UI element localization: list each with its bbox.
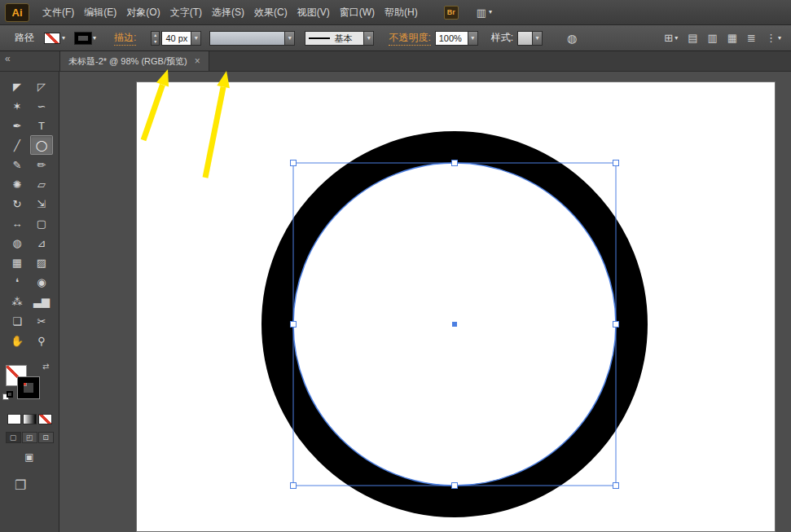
draw-behind-mode-button[interactable]: ◰ xyxy=(22,432,37,443)
menu-item-edit[interactable]: 编辑(E) xyxy=(79,0,121,24)
handle-bottom-right[interactable] xyxy=(613,483,619,489)
slice-tool[interactable]: ✂ xyxy=(30,311,53,331)
distribute-objects-button[interactable]: ≣ xyxy=(745,30,758,46)
stroke-profile-dropdown[interactable]: ▾ xyxy=(284,31,295,46)
document-tab[interactable]: 未标题-2* @ 98% (RGB/预览) × xyxy=(59,51,209,71)
line-segment-tool[interactable]: ╱ xyxy=(6,135,29,155)
handle-top-center[interactable] xyxy=(452,160,458,166)
align-options-button[interactable]: ⋮▾ xyxy=(764,30,783,46)
eyedropper-tool[interactable]: ❛ xyxy=(6,272,29,292)
perspective-grid-tool[interactable]: ⊿ xyxy=(30,233,53,253)
arrange-documents-button[interactable]: ▥ ▾ xyxy=(477,7,492,19)
stroke-color-picker[interactable]: ▾ xyxy=(75,33,96,44)
stroke-swatch[interactable] xyxy=(18,377,39,398)
tab-close-button[interactable]: × xyxy=(195,55,200,67)
paintbrush-tool[interactable]: ✎ xyxy=(6,155,29,174)
recolor-artwork-button[interactable]: ◍ xyxy=(567,32,577,45)
dropdown-arrow-icon: ▾ xyxy=(367,35,371,42)
handle-top-left[interactable] xyxy=(291,160,297,166)
arrange-documents-icon: ▥ xyxy=(477,7,486,19)
menu-item-view[interactable]: 视图(V) xyxy=(292,0,335,24)
eraser-tool[interactable]: ▱ xyxy=(30,174,53,194)
brush-definition-value[interactable]: 基本 xyxy=(305,31,363,46)
handle-bottom-center[interactable] xyxy=(452,483,458,489)
align-horizontal-center-button[interactable]: ▥ xyxy=(705,30,718,46)
handle-middle-right[interactable] xyxy=(613,322,619,328)
graphic-style-swatch[interactable] xyxy=(517,31,532,46)
handle-top-right[interactable] xyxy=(613,160,619,166)
gradient-tool[interactable]: ▨ xyxy=(30,253,53,272)
opacity-panel-link[interactable]: 不透明度: xyxy=(389,31,430,46)
direct-selection-tool[interactable]: ◸ xyxy=(30,77,53,96)
canvas-area[interactable] xyxy=(59,72,791,532)
type-tool[interactable]: T xyxy=(30,116,53,135)
artboard-tool[interactable]: ❏ xyxy=(6,311,29,331)
ellipse-tool[interactable]: ◯ xyxy=(30,135,53,155)
symbol-sprayer-tool[interactable]: ⁂ xyxy=(6,292,29,311)
shape-builder-tool[interactable]: ◍ xyxy=(6,233,29,253)
handle-middle-left[interactable] xyxy=(291,322,297,328)
stroke-panel-link[interactable]: 描边: xyxy=(114,31,136,46)
menu-item-type[interactable]: 文字(T) xyxy=(165,0,207,24)
transform-options-button[interactable]: ⊞▾ xyxy=(662,30,679,46)
zoom-tool[interactable]: ⚲ xyxy=(30,331,53,350)
blob-brush-tool[interactable]: ✺ xyxy=(6,174,29,194)
dropdown-arrow-icon: ▾ xyxy=(536,35,539,42)
selection-tool[interactable]: ◤ xyxy=(6,77,29,96)
rotate-tool[interactable]: ↻ xyxy=(6,194,29,213)
collapse-panel-button[interactable]: « xyxy=(5,53,11,64)
context-label: 路径 xyxy=(15,31,34,45)
magic-wand-tool[interactable]: ✶ xyxy=(6,96,29,116)
color-button[interactable] xyxy=(7,414,21,424)
menu-item-help[interactable]: 帮助(H) xyxy=(380,0,423,24)
fill-color-picker[interactable]: ▾ xyxy=(44,33,65,44)
brush-definition-dropdown[interactable]: ▾ xyxy=(363,31,374,46)
panel-group-icon: ❐ xyxy=(15,478,26,492)
bridge-button[interactable]: Br xyxy=(444,6,459,20)
stroke-profile-combo[interactable]: ▾ xyxy=(209,31,295,46)
menu-bar: Ai 文件(F)编辑(E)对象(O)文字(T)选择(S)效果(C)视图(V)窗口… xyxy=(0,0,791,25)
draw-normal-mode-button[interactable]: ▢ xyxy=(6,432,21,443)
mesh-tool[interactable]: ▦ xyxy=(6,253,29,272)
pencil-tool[interactable]: ✏ xyxy=(30,155,53,174)
free-transform-tool[interactable]: ▢ xyxy=(30,213,53,233)
stepper-up-icon[interactable]: ▴ xyxy=(152,32,159,38)
stroke-weight-stepper[interactable]: ▴ ▾ xyxy=(151,31,160,46)
default-fill-stroke-button[interactable] xyxy=(2,391,14,401)
stroke-weight-dropdown[interactable]: ▾ xyxy=(191,31,201,46)
stroke-profile-value[interactable] xyxy=(209,31,284,46)
align-horizontal-right-button[interactable]: ▦ xyxy=(726,30,739,46)
handle-bottom-left[interactable] xyxy=(291,483,297,489)
menu-items: 文件(F)编辑(E)对象(O)文字(T)选择(S)效果(C)视图(V)窗口(W)… xyxy=(37,0,423,24)
menu-item-select[interactable]: 选择(S) xyxy=(207,0,249,24)
gradient-button[interactable] xyxy=(23,414,37,424)
menu-item-object[interactable]: 对象(O) xyxy=(121,0,165,24)
width-tool[interactable]: ↔ xyxy=(6,213,29,233)
stepper-down-icon[interactable]: ▾ xyxy=(152,38,159,45)
stroke-weight-value[interactable]: 40 px xyxy=(161,31,191,46)
graphic-style-dropdown[interactable]: ▾ xyxy=(532,31,543,46)
menu-item-effect[interactable]: 效果(C) xyxy=(249,0,292,24)
menu-item-file[interactable]: 文件(F) xyxy=(37,0,79,24)
lasso-tool[interactable]: ∽ xyxy=(30,96,53,116)
none-button[interactable] xyxy=(38,414,52,424)
opacity-value[interactable]: 100% xyxy=(435,31,468,46)
app-logo: Ai xyxy=(5,3,29,22)
document-tab-bar: 未标题-2* @ 98% (RGB/预览) × xyxy=(59,51,791,71)
menu-item-window[interactable]: 窗口(W) xyxy=(335,0,380,24)
opacity-dropdown[interactable]: ▾ xyxy=(468,31,478,46)
align-horizontal-left-button[interactable]: ▤ xyxy=(686,30,699,46)
blend-tool[interactable]: ◉ xyxy=(30,272,53,292)
default-stroke-icon xyxy=(7,391,13,398)
screen-mode-button[interactable]: ▣ xyxy=(24,451,33,463)
dropdown-arrow-icon: ▾ xyxy=(471,35,474,42)
draw-inside-mode-button[interactable]: ⊡ xyxy=(38,432,54,443)
graphic-style-combo[interactable]: ▾ xyxy=(517,31,543,46)
column-graph-tool[interactable]: ▃▆ xyxy=(30,292,53,311)
pen-tool[interactable]: ✒ xyxy=(6,116,29,135)
hand-tool[interactable]: ✋ xyxy=(6,331,29,350)
swap-fill-stroke-button[interactable]: ⇄ xyxy=(42,362,49,371)
scale-tool[interactable]: ⇲ xyxy=(30,194,53,213)
fill-stroke-indicator: ⇄ xyxy=(0,362,59,407)
opacity-combo: 100% ▾ xyxy=(435,31,478,46)
